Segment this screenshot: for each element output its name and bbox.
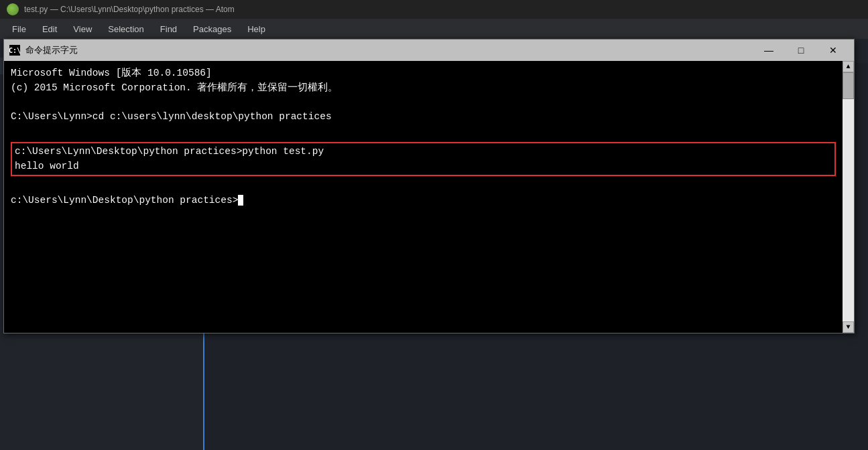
scrollbar-thumb[interactable] xyxy=(843,72,854,99)
cmd-cursor xyxy=(238,195,243,206)
menu-edit[interactable]: Edit xyxy=(36,21,64,37)
cmd-maximize-button[interactable]: □ xyxy=(786,41,816,60)
cmd-titlebar: C:\ 命令提示字元 — □ ✕ xyxy=(4,40,854,61)
cmd-body: Microsoft Windows [版本 10.0.10586] (c) 20… xyxy=(4,61,854,333)
cmd-titlebar-text: 命令提示字元 xyxy=(25,44,748,56)
cmd-close-button[interactable]: ✕ xyxy=(818,41,849,60)
menu-selection[interactable]: Selection xyxy=(101,21,150,37)
cmd-line-5 xyxy=(11,125,836,139)
menu-help[interactable]: Help xyxy=(241,21,272,37)
cmd-highlight-line-2: hello world xyxy=(15,159,832,174)
cmd-line-3 xyxy=(11,96,836,110)
cmd-line-1: Microsoft Windows [版本 10.0.10586] xyxy=(11,66,836,81)
editor-container: ▼ 📁 python practices ☰ test.py test.py 1… xyxy=(0,39,868,450)
cmd-window: C:\ 命令提示字元 — □ ✕ Microsoft Windows [版本 1… xyxy=(3,39,855,333)
cmd-minimize-button[interactable]: — xyxy=(753,41,784,60)
scrollbar-track[interactable] xyxy=(843,72,854,321)
cmd-after-line-1 xyxy=(11,179,836,194)
menu-file[interactable]: File xyxy=(5,21,33,37)
menu-view[interactable]: View xyxy=(66,21,99,37)
cmd-icon: C:\ xyxy=(9,45,20,56)
cmd-line-4: C:\Users\Lynn>cd c:\users\lynn\desktop\p… xyxy=(11,110,836,125)
cmd-line-2: (c) 2015 Microsoft Corporation. 著作權所有，並保… xyxy=(11,81,836,96)
cmd-controls: — □ ✕ xyxy=(753,41,849,60)
menu-packages[interactable]: Packages xyxy=(186,21,238,37)
cmd-highlight-box: c:\Users\Lynn\Desktop\python practices>p… xyxy=(11,142,836,177)
cmd-after-line-2: c:\Users\Lynn\Desktop\python practices> xyxy=(11,194,836,208)
cmd-content[interactable]: Microsoft Windows [版本 10.0.10586] (c) 20… xyxy=(4,61,843,333)
menu-bar: File Edit View Selection Find Packages H… xyxy=(0,19,868,39)
cmd-highlight-line-1: c:\Users\Lynn\Desktop\python practices>p… xyxy=(15,145,832,159)
editor-pane: test.py 1 print('hello world') 2 C:\ 命令提… xyxy=(204,39,868,450)
atom-logo-icon xyxy=(7,3,19,15)
menu-find[interactable]: Find xyxy=(153,21,184,37)
title-bar: test.py — C:\Users\Lynn\Desktop\python p… xyxy=(0,0,868,19)
cmd-scrollbar[interactable]: ▲ ▼ xyxy=(843,61,854,333)
title-bar-text: test.py — C:\Users\Lynn\Desktop\python p… xyxy=(24,5,235,14)
scrollbar-down-arrow[interactable]: ▼ xyxy=(843,321,854,333)
scrollbar-up-arrow[interactable]: ▲ xyxy=(843,61,854,72)
